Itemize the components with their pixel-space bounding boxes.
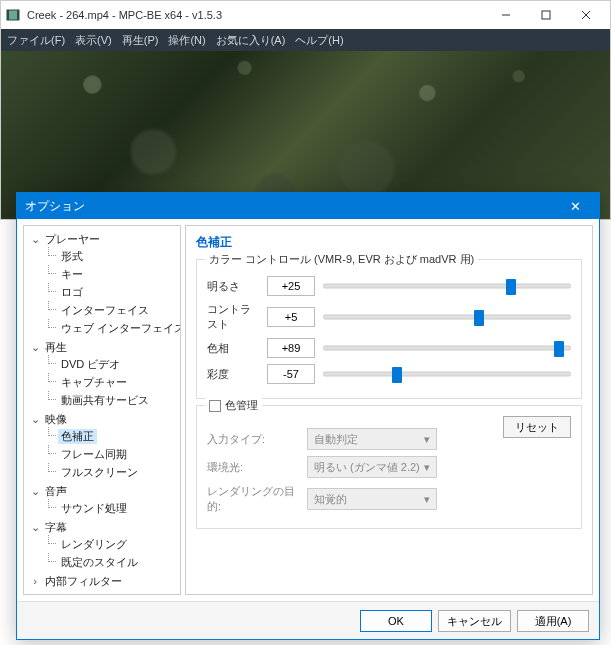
tree-player[interactable]: ⌄プレーヤー (30, 231, 178, 247)
svg-rect-1 (7, 10, 9, 20)
tree-default-style[interactable]: 既定のスタイル (58, 554, 178, 570)
caret-down-icon: ⌄ (30, 521, 40, 534)
options-footer: OK キャンセル 適用(A) (17, 601, 599, 639)
color-control-legend: カラー コントロール (VMR-9, EVR および madVR 用) (205, 252, 478, 267)
options-dialog: オプション ✕ ⌄プレーヤー 形式 キー ロゴ インターフェイス ウェブ インタ… (16, 192, 600, 640)
caret-down-icon: ⌄ (30, 341, 40, 354)
caret-down-icon: ⌄ (30, 233, 40, 246)
hue-label: 色相 (207, 341, 259, 356)
options-titlebar: オプション ✕ (17, 193, 599, 219)
cancel-button[interactable]: キャンセル (438, 610, 511, 632)
caret-down-icon: ⌄ (30, 593, 40, 596)
player-titlebar: Creek - 264.mp4 - MPC-BE x64 - v1.5.3 (1, 1, 610, 29)
player-menubar: ファイル(F) 表示(V) 再生(P) 操作(N) お気に入り(A) ヘルプ(H… (1, 29, 610, 51)
tree-frame-sync[interactable]: フレーム同期 (58, 446, 178, 462)
ambient-select: 明るい (ガンマ値 2.2)▾ (307, 456, 437, 478)
options-panel: 色補正 カラー コントロール (VMR-9, EVR および madVR 用) … (185, 225, 593, 595)
color-control-group: カラー コントロール (VMR-9, EVR および madVR 用) 明るさ … (196, 259, 582, 399)
panel-title: 色補正 (196, 234, 582, 251)
player-window: Creek - 264.mp4 - MPC-BE x64 - v1.5.3 ファ… (0, 0, 611, 220)
tree-video[interactable]: ⌄映像 (30, 411, 178, 427)
brightness-value[interactable] (267, 276, 315, 296)
color-management-checkbox[interactable] (209, 400, 221, 412)
brightness-row: 明るさ (207, 276, 571, 296)
tree-internal-filters[interactable]: ›内部フィルター (30, 573, 178, 589)
reset-button[interactable]: リセット (503, 416, 571, 438)
menu-favorites[interactable]: お気に入り(A) (216, 33, 286, 48)
saturation-slider[interactable] (323, 364, 571, 384)
chevron-down-icon: ▾ (424, 493, 430, 506)
ambient-label: 環境光: (207, 460, 299, 475)
chevron-down-icon: ▾ (424, 461, 430, 474)
tree-web-interface[interactable]: ウェブ インターフェイス (58, 320, 178, 336)
options-close-button[interactable]: ✕ (559, 199, 591, 214)
contrast-label: コントラスト (207, 302, 259, 332)
menu-help[interactable]: ヘルプ(H) (295, 33, 343, 48)
tree-rendering[interactable]: レンダリング (58, 536, 178, 552)
svg-rect-2 (17, 10, 19, 20)
color-management-group: 色管理 リセット 入力タイプ: 自動判定▾ 環境光: 明るい (ガンマ値 2.2… (196, 405, 582, 529)
tree-youtube[interactable]: 動画共有サービス (58, 392, 178, 408)
tree-keys[interactable]: キー (58, 266, 178, 282)
close-button[interactable] (566, 1, 606, 29)
maximize-button[interactable] (526, 1, 566, 29)
tree-formats[interactable]: 形式 (58, 248, 178, 264)
options-title: オプション (25, 198, 559, 215)
minimize-button[interactable] (486, 1, 526, 29)
svg-rect-4 (542, 11, 550, 19)
tree-subtitles[interactable]: ⌄字幕 (30, 519, 178, 535)
hue-slider[interactable] (323, 338, 571, 358)
hue-value[interactable] (267, 338, 315, 358)
contrast-row: コントラスト (207, 302, 571, 332)
caret-down-icon: ⌄ (30, 485, 40, 498)
brightness-slider[interactable] (323, 276, 571, 296)
caret-down-icon: ⌄ (30, 413, 40, 426)
tree-fullscreen[interactable]: フルスクリーン (58, 464, 178, 480)
tree-interface[interactable]: インターフェイス (58, 302, 178, 318)
contrast-value[interactable] (267, 307, 315, 327)
menu-play[interactable]: 再生(P) (122, 33, 159, 48)
tree-color-correction[interactable]: 色補正 (58, 428, 178, 444)
player-title: Creek - 264.mp4 - MPC-BE x64 - v1.5.3 (27, 9, 486, 21)
intent-label: レンダリングの目的: (207, 484, 299, 514)
tree-playback[interactable]: ⌄再生 (30, 339, 178, 355)
options-tree[interactable]: ⌄プレーヤー 形式 キー ロゴ インターフェイス ウェブ インターフェイス ⌄再… (23, 225, 181, 595)
tree-sound-processing[interactable]: サウンド処理 (58, 500, 178, 516)
saturation-value[interactable] (267, 364, 315, 384)
contrast-slider[interactable] (323, 307, 571, 327)
apply-button[interactable]: 適用(A) (517, 610, 589, 632)
app-icon (5, 7, 21, 23)
tree-capture[interactable]: キャプチャー (58, 374, 178, 390)
saturation-row: 彩度 (207, 364, 571, 384)
caret-right-icon: › (30, 575, 40, 587)
color-management-legend: 色管理 (205, 398, 262, 413)
tree-dvd[interactable]: DVD ビデオ (58, 356, 178, 372)
brightness-label: 明るさ (207, 279, 259, 294)
input-type-select: 自動判定▾ (307, 428, 437, 450)
tree-external-filters[interactable]: ⌄外部フィルター (30, 591, 178, 595)
menu-navigate[interactable]: 操作(N) (168, 33, 205, 48)
menu-file[interactable]: ファイル(F) (7, 33, 65, 48)
chevron-down-icon: ▾ (424, 433, 430, 446)
color-management-label: 色管理 (225, 398, 258, 413)
menu-view[interactable]: 表示(V) (75, 33, 112, 48)
input-type-label: 入力タイプ: (207, 432, 299, 447)
tree-audio[interactable]: ⌄音声 (30, 483, 178, 499)
saturation-label: 彩度 (207, 367, 259, 382)
intent-select: 知覚的▾ (307, 488, 437, 510)
tree-logo[interactable]: ロゴ (58, 284, 178, 300)
hue-row: 色相 (207, 338, 571, 358)
ok-button[interactable]: OK (360, 610, 432, 632)
